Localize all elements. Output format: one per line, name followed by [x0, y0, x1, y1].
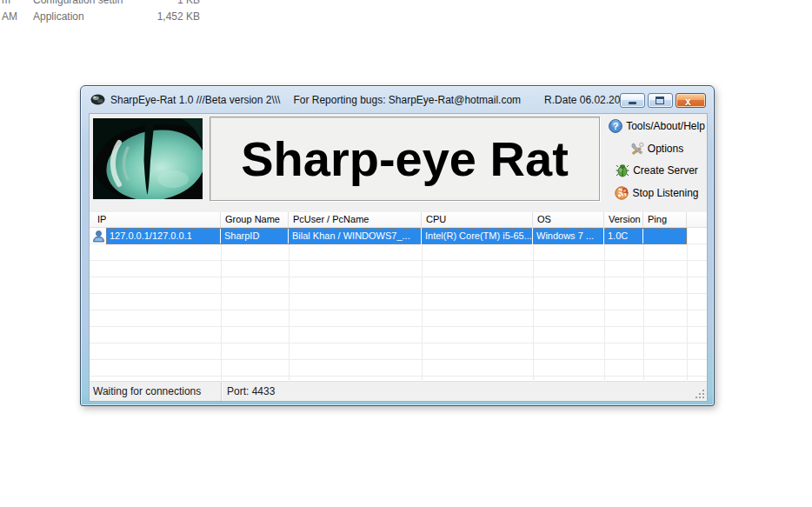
stop-listening-label: Stop Listening — [632, 187, 698, 199]
sharpeye-rat-window: SharpEye-Rat 1.0 ///Beta version 2\\\ Fo… — [80, 85, 715, 406]
tools-about-help-button[interactable]: ? Tools/About/Help — [609, 119, 705, 133]
client-area: Sharp-eye Rat ? Tools/About/Help Options — [89, 113, 708, 402]
help-icon: ? — [609, 119, 622, 133]
grid-line — [687, 228, 688, 380]
minimize-icon — [629, 102, 636, 104]
header-ip[interactable]: IP — [90, 212, 221, 227]
cell-pcuser-pcname: Bilal Khan / WINDOWS7_... — [289, 228, 422, 244]
close-button[interactable]: x — [676, 93, 706, 108]
grid-line — [533, 228, 534, 380]
maximize-button[interactable] — [648, 93, 673, 108]
port-text: Port: 4433 — [222, 382, 275, 401]
minimize-button[interactable] — [620, 93, 645, 108]
grid-line — [422, 228, 423, 380]
table-row[interactable]: 127.0.0.1/127.0.0.1 SharpID Bilal Khan /… — [90, 228, 707, 244]
grid-line — [289, 228, 290, 380]
cell-group-name: SharpID — [221, 228, 289, 244]
client-user-icon — [92, 230, 105, 243]
app-eye-icon — [90, 94, 105, 105]
titlebar[interactable]: SharpEye-Rat 1.0 ///Beta version 2\\\ Fo… — [81, 86, 714, 113]
header-cpu[interactable]: CPU — [422, 212, 533, 227]
header-os[interactable]: OS — [533, 212, 604, 227]
table-body[interactable]: 127.0.0.1/127.0.0.1 SharpID Bilal Khan /… — [90, 228, 707, 380]
cell-ip: 127.0.0.1/127.0.0.1 — [106, 228, 221, 244]
create-server-icon — [616, 163, 629, 177]
table-header: IP Group Name PcUser / PcName CPU OS Ver… — [90, 212, 707, 228]
cell-ping — [643, 228, 687, 244]
explorer-cell-size: 1 KB — [135, 0, 200, 6]
cat-eye-logo — [93, 118, 203, 199]
maximize-icon — [656, 97, 664, 104]
command-panel: ? Tools/About/Help Options — [608, 119, 706, 200]
stop-listening-icon — [615, 186, 629, 200]
banner-panel: Sharp-eye Rat — [210, 117, 600, 201]
header-group-name[interactable]: Group Name — [221, 212, 289, 227]
stop-listening-button[interactable]: Stop Listening — [615, 186, 698, 200]
status-bar: Waiting for connections Port: 4433 — [90, 381, 707, 401]
options-button[interactable]: Options — [630, 142, 683, 156]
header-filler — [687, 212, 707, 227]
window-title-bugs: For Reporting bugs: SharpEye-Rat@hotmail… — [293, 94, 521, 106]
resize-grip[interactable] — [696, 390, 705, 399]
grid-line — [643, 228, 644, 380]
status-text: Waiting for connections — [90, 382, 222, 401]
cell-os: Windows 7 ... — [533, 228, 604, 244]
header-pcuser-pcname[interactable]: PcUser / PcName — [289, 212, 422, 227]
options-label: Options — [648, 143, 683, 155]
svg-text:?: ? — [613, 121, 619, 131]
create-server-button[interactable]: Create Server — [616, 163, 698, 177]
cell-version: 1.0C — [604, 228, 643, 244]
options-icon — [630, 142, 644, 156]
explorer-cell-size: 1,452 KB — [135, 10, 200, 23]
create-server-label: Create Server — [633, 164, 698, 177]
grid-line — [221, 228, 222, 380]
close-icon: x — [685, 96, 691, 108]
connections-table[interactable]: IP Group Name PcUser / PcName CPU OS Ver… — [90, 212, 707, 381]
window-title-date: R.Date 06.02.2010 — [544, 94, 632, 106]
explorer-cell-type: Application — [33, 10, 84, 23]
tools-about-help-label: Tools/About/Help — [626, 120, 705, 132]
banner-title: Sharp-eye Rat — [241, 130, 569, 187]
explorer-cell: m — [2, 0, 10, 6]
window-title: SharpEye-Rat 1.0 ///Beta version 2\\\ — [110, 94, 280, 106]
header-version[interactable]: Version — [604, 212, 643, 227]
grid-line — [604, 228, 605, 380]
header-ping[interactable]: Ping — [643, 212, 687, 227]
cell-cpu: Intel(R) Core(TM) i5-65... — [422, 228, 533, 244]
explorer-cell-type: Configuration settin — [33, 0, 123, 6]
explorer-cell: AM — [2, 10, 17, 23]
selected-row-highlight: 127.0.0.1/127.0.0.1 SharpID Bilal Khan /… — [106, 228, 687, 244]
